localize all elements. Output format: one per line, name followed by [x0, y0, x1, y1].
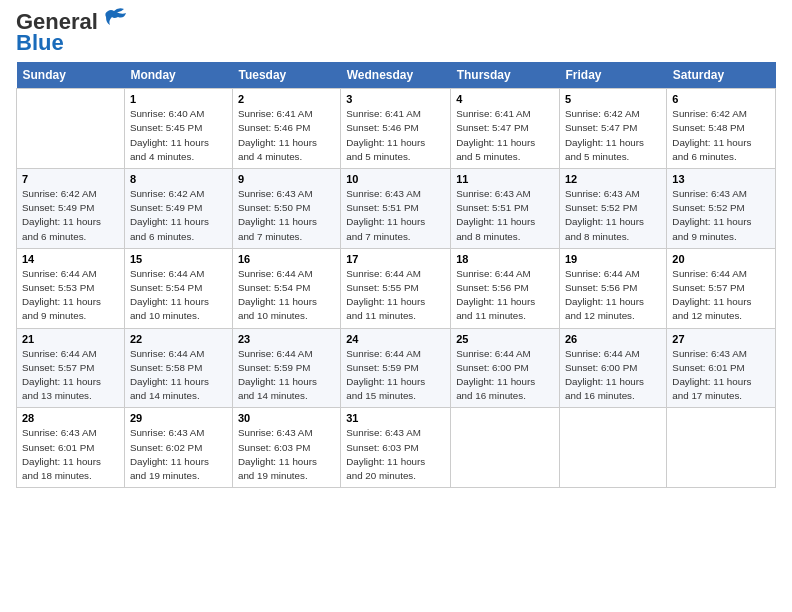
day-info: Sunrise: 6:44 AMSunset: 5:55 PMDaylight:…	[346, 267, 445, 324]
week-row-5: 28Sunrise: 6:43 AMSunset: 6:01 PMDayligh…	[17, 408, 776, 488]
day-cell: 23Sunrise: 6:44 AMSunset: 5:59 PMDayligh…	[232, 328, 340, 408]
day-cell	[667, 408, 776, 488]
day-number: 20	[672, 253, 770, 265]
day-cell: 2Sunrise: 6:41 AMSunset: 5:46 PMDaylight…	[232, 89, 340, 169]
day-info: Sunrise: 6:44 AMSunset: 5:57 PMDaylight:…	[672, 267, 770, 324]
day-cell: 30Sunrise: 6:43 AMSunset: 6:03 PMDayligh…	[232, 408, 340, 488]
col-header-friday: Friday	[560, 62, 667, 89]
day-cell: 3Sunrise: 6:41 AMSunset: 5:46 PMDaylight…	[341, 89, 451, 169]
day-number: 3	[346, 93, 445, 105]
day-cell: 5Sunrise: 6:42 AMSunset: 5:47 PMDaylight…	[560, 89, 667, 169]
day-number: 23	[238, 333, 335, 345]
day-info: Sunrise: 6:44 AMSunset: 5:54 PMDaylight:…	[238, 267, 335, 324]
day-cell: 12Sunrise: 6:43 AMSunset: 5:52 PMDayligh…	[560, 169, 667, 249]
day-info: Sunrise: 6:41 AMSunset: 5:46 PMDaylight:…	[346, 107, 445, 164]
day-cell: 14Sunrise: 6:44 AMSunset: 5:53 PMDayligh…	[17, 248, 125, 328]
day-info: Sunrise: 6:43 AMSunset: 5:52 PMDaylight:…	[672, 187, 770, 244]
day-number: 13	[672, 173, 770, 185]
week-row-4: 21Sunrise: 6:44 AMSunset: 5:57 PMDayligh…	[17, 328, 776, 408]
day-number: 24	[346, 333, 445, 345]
day-cell: 11Sunrise: 6:43 AMSunset: 5:51 PMDayligh…	[451, 169, 560, 249]
day-cell: 24Sunrise: 6:44 AMSunset: 5:59 PMDayligh…	[341, 328, 451, 408]
day-number: 8	[130, 173, 227, 185]
day-info: Sunrise: 6:44 AMSunset: 5:59 PMDaylight:…	[346, 347, 445, 404]
day-cell: 9Sunrise: 6:43 AMSunset: 5:50 PMDaylight…	[232, 169, 340, 249]
day-number: 28	[22, 412, 119, 424]
day-info: Sunrise: 6:44 AMSunset: 5:59 PMDaylight:…	[238, 347, 335, 404]
day-info: Sunrise: 6:44 AMSunset: 5:56 PMDaylight:…	[456, 267, 554, 324]
day-info: Sunrise: 6:43 AMSunset: 5:51 PMDaylight:…	[456, 187, 554, 244]
day-info: Sunrise: 6:44 AMSunset: 5:56 PMDaylight:…	[565, 267, 661, 324]
col-header-tuesday: Tuesday	[232, 62, 340, 89]
day-info: Sunrise: 6:42 AMSunset: 5:49 PMDaylight:…	[130, 187, 227, 244]
day-number: 1	[130, 93, 227, 105]
day-info: Sunrise: 6:41 AMSunset: 5:47 PMDaylight:…	[456, 107, 554, 164]
day-number: 31	[346, 412, 445, 424]
day-number: 11	[456, 173, 554, 185]
day-number: 2	[238, 93, 335, 105]
day-number: 15	[130, 253, 227, 265]
day-number: 19	[565, 253, 661, 265]
day-number: 22	[130, 333, 227, 345]
col-header-thursday: Thursday	[451, 62, 560, 89]
col-header-saturday: Saturday	[667, 62, 776, 89]
day-number: 29	[130, 412, 227, 424]
day-cell: 19Sunrise: 6:44 AMSunset: 5:56 PMDayligh…	[560, 248, 667, 328]
day-info: Sunrise: 6:44 AMSunset: 5:58 PMDaylight:…	[130, 347, 227, 404]
day-cell: 16Sunrise: 6:44 AMSunset: 5:54 PMDayligh…	[232, 248, 340, 328]
day-number: 30	[238, 412, 335, 424]
day-cell: 22Sunrise: 6:44 AMSunset: 5:58 PMDayligh…	[124, 328, 232, 408]
day-number: 5	[565, 93, 661, 105]
day-info: Sunrise: 6:41 AMSunset: 5:46 PMDaylight:…	[238, 107, 335, 164]
day-number: 10	[346, 173, 445, 185]
day-info: Sunrise: 6:44 AMSunset: 6:00 PMDaylight:…	[456, 347, 554, 404]
day-number: 14	[22, 253, 119, 265]
day-cell: 18Sunrise: 6:44 AMSunset: 5:56 PMDayligh…	[451, 248, 560, 328]
day-cell: 17Sunrise: 6:44 AMSunset: 5:55 PMDayligh…	[341, 248, 451, 328]
day-cell: 8Sunrise: 6:42 AMSunset: 5:49 PMDaylight…	[124, 169, 232, 249]
logo-blue: Blue	[16, 32, 128, 54]
day-info: Sunrise: 6:43 AMSunset: 6:02 PMDaylight:…	[130, 426, 227, 483]
day-cell: 1Sunrise: 6:40 AMSunset: 5:45 PMDaylight…	[124, 89, 232, 169]
day-info: Sunrise: 6:44 AMSunset: 5:53 PMDaylight:…	[22, 267, 119, 324]
week-row-2: 7Sunrise: 6:42 AMSunset: 5:49 PMDaylight…	[17, 169, 776, 249]
day-number: 16	[238, 253, 335, 265]
day-info: Sunrise: 6:44 AMSunset: 5:54 PMDaylight:…	[130, 267, 227, 324]
day-cell: 20Sunrise: 6:44 AMSunset: 5:57 PMDayligh…	[667, 248, 776, 328]
day-info: Sunrise: 6:44 AMSunset: 6:00 PMDaylight:…	[565, 347, 661, 404]
day-cell: 6Sunrise: 6:42 AMSunset: 5:48 PMDaylight…	[667, 89, 776, 169]
header: General Blue	[16, 10, 776, 54]
day-info: Sunrise: 6:43 AMSunset: 6:03 PMDaylight:…	[346, 426, 445, 483]
page: General Blue SundayMondayTuesdayWednesda…	[0, 0, 792, 612]
day-info: Sunrise: 6:42 AMSunset: 5:47 PMDaylight:…	[565, 107, 661, 164]
day-cell	[17, 89, 125, 169]
day-info: Sunrise: 6:42 AMSunset: 5:49 PMDaylight:…	[22, 187, 119, 244]
day-info: Sunrise: 6:43 AMSunset: 6:01 PMDaylight:…	[672, 347, 770, 404]
week-row-3: 14Sunrise: 6:44 AMSunset: 5:53 PMDayligh…	[17, 248, 776, 328]
day-cell: 7Sunrise: 6:42 AMSunset: 5:49 PMDaylight…	[17, 169, 125, 249]
day-number: 12	[565, 173, 661, 185]
day-cell	[560, 408, 667, 488]
day-cell: 26Sunrise: 6:44 AMSunset: 6:00 PMDayligh…	[560, 328, 667, 408]
day-info: Sunrise: 6:43 AMSunset: 6:03 PMDaylight:…	[238, 426, 335, 483]
day-cell: 4Sunrise: 6:41 AMSunset: 5:47 PMDaylight…	[451, 89, 560, 169]
day-cell: 13Sunrise: 6:43 AMSunset: 5:52 PMDayligh…	[667, 169, 776, 249]
day-cell: 15Sunrise: 6:44 AMSunset: 5:54 PMDayligh…	[124, 248, 232, 328]
logo-bird-icon	[100, 7, 128, 29]
day-number: 18	[456, 253, 554, 265]
day-number: 17	[346, 253, 445, 265]
day-number: 4	[456, 93, 554, 105]
day-cell: 21Sunrise: 6:44 AMSunset: 5:57 PMDayligh…	[17, 328, 125, 408]
day-number: 26	[565, 333, 661, 345]
day-number: 7	[22, 173, 119, 185]
day-number: 21	[22, 333, 119, 345]
day-info: Sunrise: 6:40 AMSunset: 5:45 PMDaylight:…	[130, 107, 227, 164]
day-number: 6	[672, 93, 770, 105]
col-header-wednesday: Wednesday	[341, 62, 451, 89]
logo: General Blue	[16, 10, 128, 54]
day-info: Sunrise: 6:42 AMSunset: 5:48 PMDaylight:…	[672, 107, 770, 164]
day-info: Sunrise: 6:44 AMSunset: 5:57 PMDaylight:…	[22, 347, 119, 404]
day-cell	[451, 408, 560, 488]
col-header-sunday: Sunday	[17, 62, 125, 89]
week-row-1: 1Sunrise: 6:40 AMSunset: 5:45 PMDaylight…	[17, 89, 776, 169]
